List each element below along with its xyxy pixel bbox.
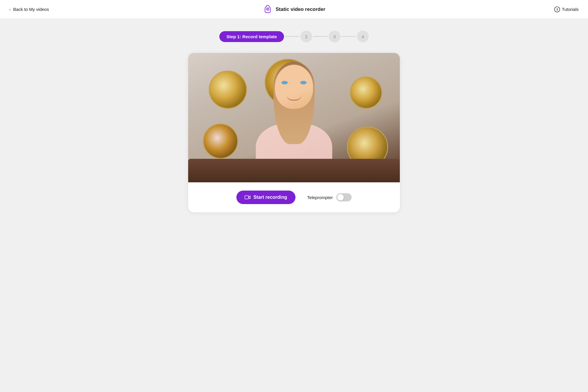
person-head: [275, 65, 313, 109]
app-title-text: Static video recorder: [275, 6, 325, 12]
back-to-videos-link[interactable]: ‹ Back to My videos: [9, 7, 49, 12]
step-1-active: Step 1: Record template: [219, 31, 284, 42]
camera-icon: [245, 195, 250, 200]
connector-1-2: [285, 36, 299, 37]
main-content: Step 1: Record template 2 3 4: [0, 19, 588, 392]
connector-2-3: [313, 36, 328, 37]
svg-point-1: [267, 9, 268, 9]
decor-circle-3: [350, 76, 382, 109]
teleprompter-label: Teleprompter: [307, 195, 333, 200]
app-logo-icon: [263, 4, 273, 14]
decor-circle-4: [203, 124, 238, 159]
step-2-circle: 2: [300, 31, 312, 42]
tutorials-link[interactable]: ? Tutorials: [554, 6, 579, 12]
step-4-circle: 4: [357, 31, 369, 42]
teleprompter-section: Teleprompter: [307, 193, 352, 201]
question-circle-icon: ?: [554, 6, 560, 12]
stepper: Step 1: Record template 2 3 4: [219, 31, 369, 42]
decor-circle-1: [209, 71, 247, 109]
connector-3-4: [342, 36, 356, 37]
step-3-circle: 3: [329, 31, 340, 42]
video-preview-area: [188, 53, 400, 182]
recorder-card: Start recording Teleprompter: [188, 53, 400, 212]
svg-rect-4: [245, 196, 248, 199]
app-header: ‹ Back to My videos Static video recorde…: [0, 0, 588, 19]
start-recording-label: Start recording: [253, 195, 287, 200]
back-chevron-icon: ‹: [9, 7, 11, 12]
tutorials-label: Tutorials: [562, 7, 579, 12]
controls-bar: Start recording Teleprompter: [188, 182, 400, 212]
teleprompter-toggle[interactable]: [336, 193, 352, 201]
start-recording-button[interactable]: Start recording: [236, 191, 295, 204]
header-center: Static video recorder: [263, 4, 325, 14]
toggle-knob: [337, 194, 344, 201]
svg-text:?: ?: [556, 8, 558, 11]
sofa-bg: [188, 159, 400, 182]
camera-preview: [188, 53, 400, 182]
back-label: Back to My videos: [13, 7, 49, 12]
